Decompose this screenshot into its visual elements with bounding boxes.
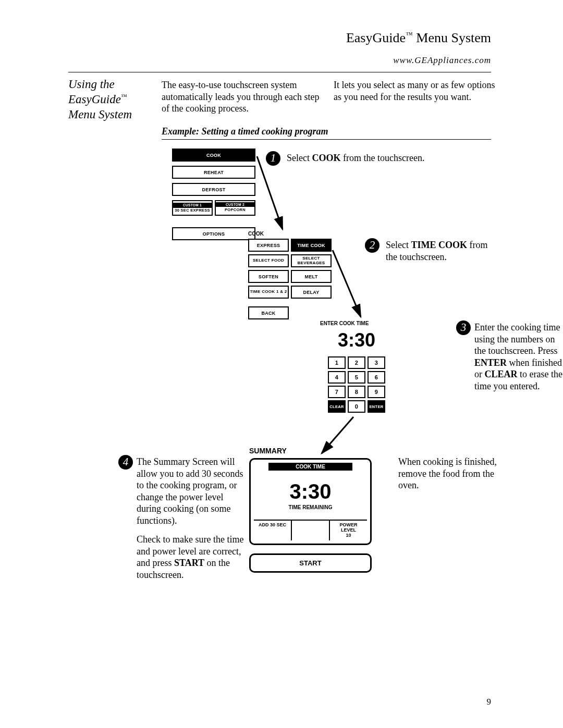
key-7[interactable]: 7 — [328, 386, 346, 398]
key-1[interactable]: 1 — [328, 356, 346, 369]
enter-button[interactable]: ENTER — [368, 400, 385, 413]
step-1-text: Select COOK from the touchscreen. — [287, 152, 469, 164]
page-number: 9 — [487, 697, 492, 707]
back-button[interactable]: BACK — [248, 306, 289, 319]
section-title: Using the EasyGuide™ Menu System — [68, 77, 146, 122]
key-4[interactable]: 4 — [328, 371, 346, 384]
key-3[interactable]: 3 — [368, 356, 385, 369]
step-2-bubble: 2 — [365, 238, 380, 253]
step-3-bubble: 3 — [456, 320, 471, 335]
step-4-bubble: 4 — [118, 455, 133, 470]
svg-line-0 — [257, 156, 283, 229]
custom1-button[interactable]: CUSTOM 1 30 SEC EXPRESS — [172, 200, 213, 216]
custom2-button[interactable]: CUSTOM 2 POPCORN — [215, 200, 255, 216]
options-button[interactable]: OPTIONS — [172, 227, 255, 240]
cook-time-label: COOK TIME — [268, 463, 352, 471]
select-beverages-button[interactable]: SELECT BEVERAGES — [291, 254, 332, 267]
numeric-keypad: 1 2 3 4 5 6 7 8 9 CLEAR 0 ENTER — [320, 356, 393, 413]
summary-title: SUMMARY — [249, 447, 372, 455]
defrost-button[interactable]: DEFROST — [172, 183, 255, 196]
key-0[interactable]: 0 — [348, 400, 365, 413]
screen-enter-cook-time: ENTER COOK TIME 3:30 1 2 3 4 5 6 7 8 9 C… — [320, 320, 393, 413]
step-4-text-left: The Summary Screen will allow you to add… — [137, 456, 246, 581]
enter-cook-time-title: ENTER COOK TIME — [320, 320, 393, 326]
key-5[interactable]: 5 — [348, 371, 365, 384]
reheat-button[interactable]: REHEAT — [172, 166, 255, 179]
screen-cook-menu: COOK EXPRESS TIME COOK SELECT FOOD SELEC… — [248, 231, 332, 322]
step-1-bubble: 1 — [266, 151, 280, 166]
intro-paragraph-right: It lets you select as many or as few opt… — [334, 79, 500, 103]
melt-button[interactable]: MELT — [291, 270, 332, 283]
key-2[interactable]: 2 — [348, 356, 365, 369]
cook-screen-title: COOK — [248, 231, 332, 237]
summary-time-display: 3:30 — [254, 480, 367, 503]
horizontal-rule — [68, 72, 491, 72]
step-2-text: Select TIME COOK from the touchscreen. — [386, 239, 500, 263]
step-4-text-right: When cooking is finished, remove the foo… — [398, 456, 503, 491]
page-title: EasyGuide™ Menu System — [346, 30, 491, 46]
time-remaining-label: TIME REMAINING — [254, 504, 367, 510]
screen-summary: SUMMARY COOK TIME 3:30 TIME REMAINING AD… — [249, 447, 372, 573]
cook-time-display: 3:30 — [320, 329, 393, 351]
key-6[interactable]: 6 — [368, 371, 385, 384]
clear-button[interactable]: CLEAR — [328, 400, 346, 413]
add-30-sec-button[interactable]: ADD 30 SEC — [254, 521, 291, 540]
express-button[interactable]: EXPRESS — [248, 239, 289, 252]
cook-button[interactable]: COOK — [172, 149, 255, 162]
soften-button[interactable]: SOFTEN — [248, 270, 289, 283]
power-level-button[interactable]: POWER LEVEL 10 — [329, 521, 367, 540]
select-food-button[interactable]: SELECT FOOD — [248, 254, 289, 267]
header-url: www.GEAppliances.com — [346, 55, 491, 66]
summary-middle-cell — [291, 521, 329, 540]
intro-paragraph-left: The easy-to-use touchscreen system autom… — [162, 79, 323, 115]
key-8[interactable]: 8 — [348, 386, 365, 398]
delay-button[interactable]: DELAY — [291, 286, 332, 299]
start-button[interactable]: START — [249, 553, 372, 573]
step-3-text: Enter the cooking time using the numbers… — [474, 322, 563, 392]
example-heading: Example: Setting a timed cooking program — [162, 126, 491, 140]
key-9[interactable]: 9 — [368, 386, 385, 398]
timecook12-button[interactable]: TIME COOK 1 & 2 — [248, 286, 289, 299]
svg-line-1 — [333, 250, 361, 317]
timecook-button[interactable]: TIME COOK — [291, 239, 332, 252]
screen-main-menu: COOK REHEAT DEFROST CUSTOM 1 30 SEC EXPR… — [172, 149, 255, 244]
